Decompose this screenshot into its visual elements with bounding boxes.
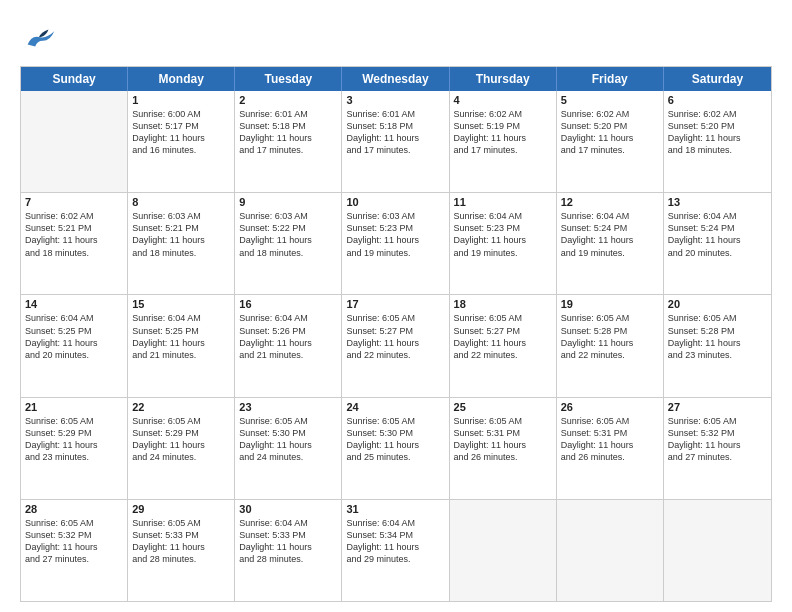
cal-cell: 5Sunrise: 6:02 AMSunset: 5:20 PMDaylight… xyxy=(557,91,664,192)
cal-cell: 28Sunrise: 6:05 AMSunset: 5:32 PMDayligh… xyxy=(21,500,128,601)
calendar-header: SundayMondayTuesdayWednesdayThursdayFrid… xyxy=(21,67,771,91)
header xyxy=(20,18,772,56)
day-number: 1 xyxy=(132,94,230,106)
week-row-4: 21Sunrise: 6:05 AMSunset: 5:29 PMDayligh… xyxy=(21,397,771,499)
cal-cell: 12Sunrise: 6:04 AMSunset: 5:24 PMDayligh… xyxy=(557,193,664,294)
cal-cell: 16Sunrise: 6:04 AMSunset: 5:26 PMDayligh… xyxy=(235,295,342,396)
day-number: 13 xyxy=(668,196,767,208)
cal-cell xyxy=(21,91,128,192)
cal-cell: 31Sunrise: 6:04 AMSunset: 5:34 PMDayligh… xyxy=(342,500,449,601)
week-row-1: 1Sunrise: 6:00 AMSunset: 5:17 PMDaylight… xyxy=(21,91,771,192)
day-number: 31 xyxy=(346,503,444,515)
week-row-2: 7Sunrise: 6:02 AMSunset: 5:21 PMDaylight… xyxy=(21,192,771,294)
header-day-friday: Friday xyxy=(557,67,664,91)
cell-info: Sunrise: 6:04 AMSunset: 5:34 PMDaylight:… xyxy=(346,517,444,566)
cal-cell: 24Sunrise: 6:05 AMSunset: 5:30 PMDayligh… xyxy=(342,398,449,499)
cal-cell: 21Sunrise: 6:05 AMSunset: 5:29 PMDayligh… xyxy=(21,398,128,499)
cal-cell: 4Sunrise: 6:02 AMSunset: 5:19 PMDaylight… xyxy=(450,91,557,192)
cell-info: Sunrise: 6:03 AMSunset: 5:22 PMDaylight:… xyxy=(239,210,337,259)
day-number: 28 xyxy=(25,503,123,515)
day-number: 7 xyxy=(25,196,123,208)
cell-info: Sunrise: 6:03 AMSunset: 5:21 PMDaylight:… xyxy=(132,210,230,259)
logo xyxy=(20,18,62,56)
cell-info: Sunrise: 6:00 AMSunset: 5:17 PMDaylight:… xyxy=(132,108,230,157)
cell-info: Sunrise: 6:05 AMSunset: 5:28 PMDaylight:… xyxy=(561,312,659,361)
cell-info: Sunrise: 6:04 AMSunset: 5:25 PMDaylight:… xyxy=(132,312,230,361)
week-row-5: 28Sunrise: 6:05 AMSunset: 5:32 PMDayligh… xyxy=(21,499,771,601)
day-number: 23 xyxy=(239,401,337,413)
cal-cell: 17Sunrise: 6:05 AMSunset: 5:27 PMDayligh… xyxy=(342,295,449,396)
day-number: 30 xyxy=(239,503,337,515)
cell-info: Sunrise: 6:05 AMSunset: 5:27 PMDaylight:… xyxy=(454,312,552,361)
cal-cell: 23Sunrise: 6:05 AMSunset: 5:30 PMDayligh… xyxy=(235,398,342,499)
cal-cell xyxy=(450,500,557,601)
day-number: 25 xyxy=(454,401,552,413)
day-number: 22 xyxy=(132,401,230,413)
header-day-saturday: Saturday xyxy=(664,67,771,91)
cell-info: Sunrise: 6:02 AMSunset: 5:21 PMDaylight:… xyxy=(25,210,123,259)
cal-cell: 14Sunrise: 6:04 AMSunset: 5:25 PMDayligh… xyxy=(21,295,128,396)
day-number: 6 xyxy=(668,94,767,106)
cal-cell: 11Sunrise: 6:04 AMSunset: 5:23 PMDayligh… xyxy=(450,193,557,294)
cell-info: Sunrise: 6:05 AMSunset: 5:32 PMDaylight:… xyxy=(668,415,767,464)
day-number: 10 xyxy=(346,196,444,208)
cell-info: Sunrise: 6:01 AMSunset: 5:18 PMDaylight:… xyxy=(239,108,337,157)
day-number: 29 xyxy=(132,503,230,515)
day-number: 17 xyxy=(346,298,444,310)
cal-cell: 30Sunrise: 6:04 AMSunset: 5:33 PMDayligh… xyxy=(235,500,342,601)
day-number: 8 xyxy=(132,196,230,208)
cal-cell: 8Sunrise: 6:03 AMSunset: 5:21 PMDaylight… xyxy=(128,193,235,294)
calendar: SundayMondayTuesdayWednesdayThursdayFrid… xyxy=(20,66,772,602)
header-day-monday: Monday xyxy=(128,67,235,91)
cell-info: Sunrise: 6:05 AMSunset: 5:29 PMDaylight:… xyxy=(25,415,123,464)
cal-cell: 7Sunrise: 6:02 AMSunset: 5:21 PMDaylight… xyxy=(21,193,128,294)
day-number: 3 xyxy=(346,94,444,106)
cell-info: Sunrise: 6:05 AMSunset: 5:31 PMDaylight:… xyxy=(454,415,552,464)
cell-info: Sunrise: 6:05 AMSunset: 5:30 PMDaylight:… xyxy=(239,415,337,464)
cal-cell: 13Sunrise: 6:04 AMSunset: 5:24 PMDayligh… xyxy=(664,193,771,294)
day-number: 2 xyxy=(239,94,337,106)
header-day-sunday: Sunday xyxy=(21,67,128,91)
cell-info: Sunrise: 6:05 AMSunset: 5:28 PMDaylight:… xyxy=(668,312,767,361)
cal-cell: 20Sunrise: 6:05 AMSunset: 5:28 PMDayligh… xyxy=(664,295,771,396)
cal-cell: 27Sunrise: 6:05 AMSunset: 5:32 PMDayligh… xyxy=(664,398,771,499)
cal-cell xyxy=(664,500,771,601)
cal-cell: 2Sunrise: 6:01 AMSunset: 5:18 PMDaylight… xyxy=(235,91,342,192)
day-number: 5 xyxy=(561,94,659,106)
cal-cell: 1Sunrise: 6:00 AMSunset: 5:17 PMDaylight… xyxy=(128,91,235,192)
cal-cell: 15Sunrise: 6:04 AMSunset: 5:25 PMDayligh… xyxy=(128,295,235,396)
day-number: 14 xyxy=(25,298,123,310)
cal-cell: 25Sunrise: 6:05 AMSunset: 5:31 PMDayligh… xyxy=(450,398,557,499)
cell-info: Sunrise: 6:05 AMSunset: 5:27 PMDaylight:… xyxy=(346,312,444,361)
header-day-wednesday: Wednesday xyxy=(342,67,449,91)
day-number: 16 xyxy=(239,298,337,310)
cell-info: Sunrise: 6:02 AMSunset: 5:20 PMDaylight:… xyxy=(668,108,767,157)
day-number: 21 xyxy=(25,401,123,413)
cell-info: Sunrise: 6:05 AMSunset: 5:32 PMDaylight:… xyxy=(25,517,123,566)
day-number: 24 xyxy=(346,401,444,413)
day-number: 18 xyxy=(454,298,552,310)
day-number: 26 xyxy=(561,401,659,413)
day-number: 12 xyxy=(561,196,659,208)
cell-info: Sunrise: 6:04 AMSunset: 5:24 PMDaylight:… xyxy=(668,210,767,259)
cell-info: Sunrise: 6:04 AMSunset: 5:25 PMDaylight:… xyxy=(25,312,123,361)
cell-info: Sunrise: 6:05 AMSunset: 5:29 PMDaylight:… xyxy=(132,415,230,464)
cal-cell: 10Sunrise: 6:03 AMSunset: 5:23 PMDayligh… xyxy=(342,193,449,294)
day-number: 9 xyxy=(239,196,337,208)
calendar-body: 1Sunrise: 6:00 AMSunset: 5:17 PMDaylight… xyxy=(21,91,771,601)
cal-cell: 3Sunrise: 6:01 AMSunset: 5:18 PMDaylight… xyxy=(342,91,449,192)
cal-cell: 22Sunrise: 6:05 AMSunset: 5:29 PMDayligh… xyxy=(128,398,235,499)
day-number: 19 xyxy=(561,298,659,310)
cell-info: Sunrise: 6:03 AMSunset: 5:23 PMDaylight:… xyxy=(346,210,444,259)
cal-cell: 29Sunrise: 6:05 AMSunset: 5:33 PMDayligh… xyxy=(128,500,235,601)
header-day-tuesday: Tuesday xyxy=(235,67,342,91)
cell-info: Sunrise: 6:04 AMSunset: 5:23 PMDaylight:… xyxy=(454,210,552,259)
cal-cell: 19Sunrise: 6:05 AMSunset: 5:28 PMDayligh… xyxy=(557,295,664,396)
cell-info: Sunrise: 6:04 AMSunset: 5:26 PMDaylight:… xyxy=(239,312,337,361)
logo-icon xyxy=(20,18,58,56)
cell-info: Sunrise: 6:05 AMSunset: 5:33 PMDaylight:… xyxy=(132,517,230,566)
week-row-3: 14Sunrise: 6:04 AMSunset: 5:25 PMDayligh… xyxy=(21,294,771,396)
cal-cell xyxy=(557,500,664,601)
cal-cell: 18Sunrise: 6:05 AMSunset: 5:27 PMDayligh… xyxy=(450,295,557,396)
cell-info: Sunrise: 6:02 AMSunset: 5:19 PMDaylight:… xyxy=(454,108,552,157)
